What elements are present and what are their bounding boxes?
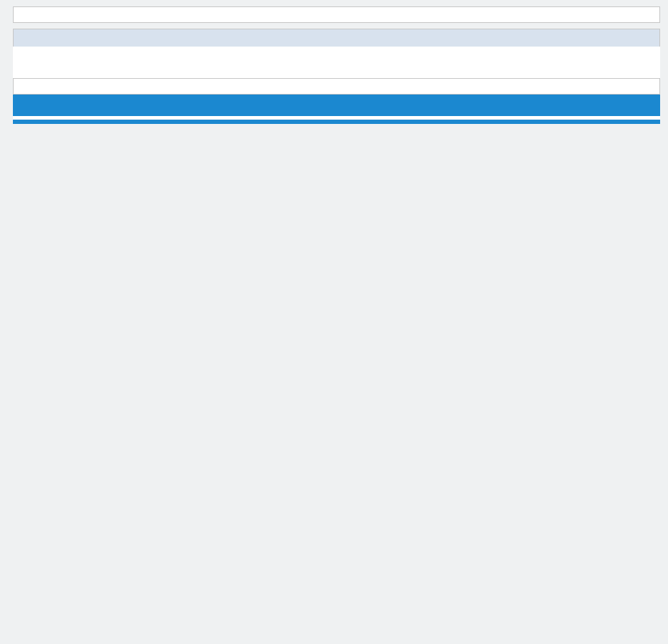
- portugal-match-table: [13, 78, 660, 95]
- page: [13, 0, 660, 124]
- turkey-table-clipped-header: [13, 0, 660, 6]
- turkey-summary-row: [14, 7, 660, 23]
- portugal-odds-header-row: [13, 64, 660, 78]
- same-handicap-trend-bar: [13, 95, 660, 116]
- portugal-summary-row: [14, 79, 660, 95]
- portugal-table-header: [13, 47, 660, 78]
- portugal-selects-row: [13, 47, 660, 64]
- turkey-match-table: [13, 6, 660, 23]
- section-gap: [13, 23, 660, 29]
- next-section-bar: [13, 120, 660, 124]
- portugal-section-header: [13, 29, 660, 47]
